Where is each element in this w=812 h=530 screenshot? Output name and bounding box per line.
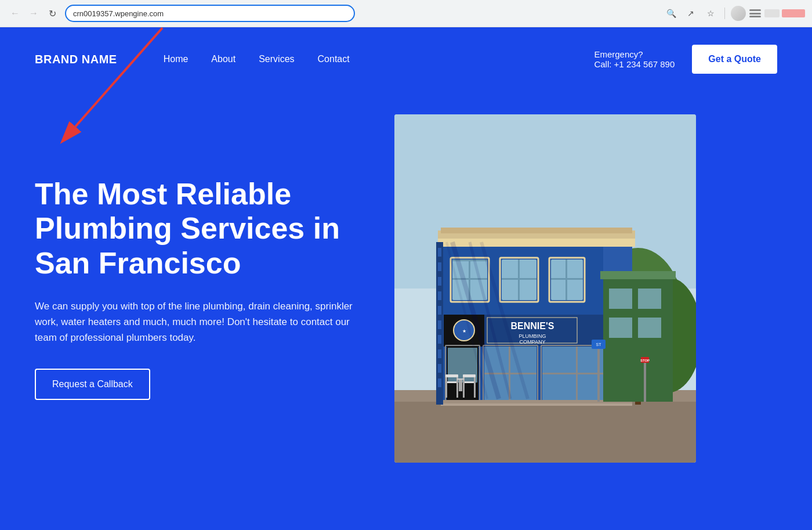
hero-description: We can supply you with top of the line p… <box>35 298 360 346</box>
main-nav: Home About Services Contact <box>164 54 594 64</box>
svg-rect-57 <box>445 381 458 383</box>
svg-rect-45 <box>542 373 612 374</box>
svg-rect-81 <box>438 378 441 387</box>
svg-rect-49 <box>609 289 632 309</box>
callback-button[interactable]: Request a Callback <box>35 369 150 400</box>
emergency-label: Emergency? <box>594 49 675 59</box>
separator <box>724 8 725 19</box>
svg-rect-73 <box>438 262 441 271</box>
browser-toolbar: ← → ↻ 🔍 ↗ ☆ <box>0 0 812 27</box>
emergency-phone: Call: +1 234 567 890 <box>594 59 675 69</box>
svg-rect-76 <box>438 306 441 315</box>
profile-controls <box>764 9 805 17</box>
svg-rect-25 <box>551 278 583 280</box>
svg-text:ST: ST <box>596 342 602 347</box>
hero-content: The Most Reliable Plumbing Services in S… <box>35 177 394 401</box>
svg-rect-52 <box>638 318 661 338</box>
svg-rect-53 <box>600 271 676 279</box>
svg-text:★: ★ <box>462 329 466 334</box>
svg-text:COMPANY: COMPANY <box>520 339 546 345</box>
svg-rect-58 <box>445 383 447 398</box>
bookmark-button[interactable]: ☆ <box>702 5 719 21</box>
svg-rect-70 <box>459 380 462 391</box>
svg-rect-86 <box>644 358 646 402</box>
svg-rect-69 <box>457 378 464 380</box>
svg-text:PLUMBING: PLUMBING <box>519 333 546 339</box>
svg-rect-72 <box>438 248 441 257</box>
address-bar-wrapper <box>65 5 355 22</box>
forward-button[interactable]: → <box>26 5 42 21</box>
profile-tag <box>782 9 805 17</box>
browser-chrome: ← → ↻ 🔍 ↗ ☆ <box>0 0 812 27</box>
nav-buttons: ← → ↻ <box>7 5 60 21</box>
hero-title: The Most Reliable Plumbing Services in S… <box>35 177 371 281</box>
svg-rect-75 <box>438 291 441 300</box>
emergency-info: Emergency? Call: +1 234 567 890 <box>594 49 675 69</box>
website: BRAND NAME Home About Services Contact E… <box>0 27 812 530</box>
reload-button[interactable]: ↻ <box>44 5 60 21</box>
svg-rect-63 <box>463 381 476 383</box>
brand-name: BRAND NAME <box>35 53 117 66</box>
toolbar-right: 🔍 ↗ ☆ <box>663 5 805 21</box>
header-right: Emergency? Call: +1 234 567 890 Get a Qu… <box>594 45 777 74</box>
building-svg: BENNIE'S PLUMBING COMPANY ★ <box>394 114 696 463</box>
profile-thumb <box>764 9 780 17</box>
svg-text:STOP: STOP <box>640 359 650 362</box>
svg-rect-59 <box>456 383 458 398</box>
svg-rect-64 <box>463 383 465 398</box>
hero-image: BENNIE'S PLUMBING COMPANY ★ <box>394 114 696 463</box>
svg-rect-62 <box>445 374 458 377</box>
nav-services[interactable]: Services <box>259 54 294 64</box>
svg-rect-65 <box>474 383 476 398</box>
svg-rect-51 <box>609 318 632 338</box>
hero-section: The Most Reliable Plumbing Services in S… <box>0 91 812 497</box>
svg-rect-50 <box>638 289 661 309</box>
extensions-area[interactable] <box>749 9 761 17</box>
svg-rect-80 <box>438 364 441 373</box>
zoom-button[interactable]: 🔍 <box>663 5 679 21</box>
svg-rect-78 <box>438 335 441 344</box>
profile-avatar <box>731 6 746 21</box>
svg-text:BENNIE'S: BENNIE'S <box>511 321 554 331</box>
svg-rect-68 <box>463 374 476 377</box>
get-quote-button[interactable]: Get a Quote <box>692 45 777 74</box>
svg-rect-54 <box>597 341 600 402</box>
svg-rect-79 <box>438 349 441 358</box>
nav-about[interactable]: About <box>211 54 235 64</box>
nav-contact[interactable]: Contact <box>318 54 350 64</box>
back-button[interactable]: ← <box>7 5 23 21</box>
nav-home[interactable]: Home <box>164 54 188 64</box>
svg-rect-77 <box>438 320 441 329</box>
site-header: BRAND NAME Home About Services Contact E… <box>0 27 812 91</box>
svg-rect-17 <box>452 278 487 280</box>
svg-rect-21 <box>502 278 536 280</box>
address-bar[interactable] <box>65 5 355 22</box>
svg-rect-13 <box>441 228 632 233</box>
share-button[interactable]: ↗ <box>683 5 699 21</box>
svg-rect-74 <box>438 277 441 286</box>
svg-rect-47 <box>441 403 632 406</box>
svg-rect-4 <box>394 399 696 463</box>
